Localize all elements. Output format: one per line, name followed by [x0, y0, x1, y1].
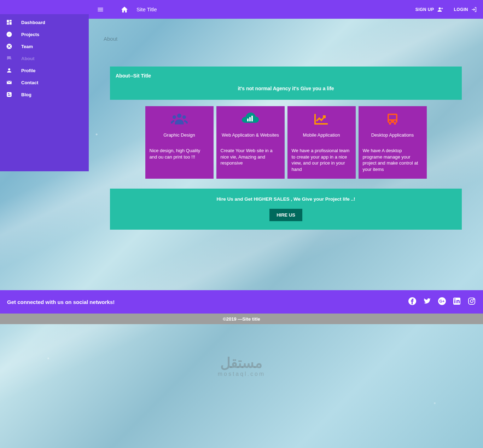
user-plus-icon — [437, 6, 443, 13]
hire-section: Hire Us and Get HIGHER SALES , We Give y… — [110, 189, 462, 230]
linkedin-icon[interactable] — [453, 297, 461, 307]
twitter-icon[interactable] — [423, 297, 431, 307]
sidebar: Dashboard Projects Team About Profile — [0, 0, 89, 171]
hire-text: Hire Us and Get HIGHER SALES , We Give y… — [116, 196, 456, 202]
social-icons: G+ — [408, 297, 476, 307]
svg-rect-10 — [8, 95, 11, 96]
card-desc: We have A desktop programe manage your p… — [363, 148, 423, 172]
svg-point-4 — [10, 45, 11, 46]
service-card-graphic-design: Graphic Design Nice design, high Quality… — [145, 106, 214, 179]
footer-copyright: ©2019 — Site title — [0, 314, 483, 324]
bus-icon — [363, 111, 423, 127]
copyright-prefix: ©2019 — — [223, 316, 242, 322]
sidebar-item-contact[interactable]: Contact — [0, 76, 89, 88]
card-title: Graphic Design — [150, 132, 209, 138]
home-button[interactable] — [116, 1, 133, 18]
sidebar-item-projects[interactable]: Projects — [0, 28, 89, 40]
svg-point-20 — [389, 121, 391, 122]
sidebar-header — [0, 0, 89, 14]
login-label: LOGIN — [454, 7, 469, 12]
svg-point-6 — [10, 47, 11, 48]
sidebar-item-about[interactable]: About — [0, 52, 89, 64]
sidebar-item-profile[interactable]: Profile — [0, 64, 89, 76]
google-plus-icon[interactable]: G+ — [438, 297, 446, 307]
facebook-icon[interactable] — [408, 297, 417, 307]
footer-social-text: Get connected with us on social networks… — [7, 299, 115, 305]
chat-icon — [6, 55, 13, 62]
sidebar-item-label: Blog — [21, 92, 31, 97]
svg-point-32 — [473, 299, 474, 300]
about-title: About--Sit Title — [116, 73, 456, 79]
svg-point-3 — [8, 45, 8, 46]
svg-point-2 — [8, 46, 10, 47]
service-card-web: Web Application & Websites Create Your W… — [216, 106, 285, 179]
users-icon — [150, 111, 209, 127]
signup-label: SIGN UP — [415, 7, 434, 12]
login-icon — [471, 6, 477, 13]
svg-point-7 — [8, 68, 10, 70]
person-icon — [6, 67, 13, 74]
sidebar-list: Dashboard Projects Team About Profile — [0, 14, 89, 103]
watermark-domain: mostaql.com — [218, 371, 266, 377]
card-title: Desktop Applications — [363, 132, 423, 138]
home-icon — [121, 6, 128, 13]
sidebar-item-label: About — [21, 56, 35, 61]
cards-container: Graphic Design Nice design, high Quality… — [103, 106, 469, 179]
sidebar-item-team[interactable]: Team — [0, 40, 89, 52]
svg-point-29 — [454, 298, 455, 299]
footer-social: Get connected with us on social networks… — [0, 290, 483, 314]
svg-point-5 — [8, 47, 8, 48]
dashboard-icon — [6, 19, 13, 25]
watermark: مستقل mostaql.com — [218, 355, 266, 377]
svg-rect-8 — [7, 92, 12, 97]
sidebar-item-label: Profile — [21, 68, 35, 73]
svg-point-13 — [173, 115, 176, 119]
sidebar-item-label: Dashboard — [21, 20, 45, 25]
cloud-chart-icon — [221, 111, 280, 127]
service-card-desktop: Desktop Applications We have A desktop p… — [359, 106, 427, 179]
svg-rect-9 — [8, 93, 10, 94]
card-title: Mobile Application — [292, 132, 351, 138]
about-header: About--Sit Title it's not normal Agency … — [110, 67, 462, 100]
svg-point-31 — [470, 300, 473, 303]
svg-rect-17 — [251, 116, 253, 121]
svg-rect-22 — [389, 123, 391, 125]
site-title: Site Title — [136, 6, 157, 12]
sidebar-item-dashboard[interactable]: Dashboard — [0, 16, 89, 28]
watermark-arabic: مستقل — [218, 355, 266, 371]
svg-point-21 — [394, 121, 396, 122]
chart-line-icon — [292, 111, 351, 127]
svg-rect-16 — [249, 117, 251, 121]
svg-rect-19 — [389, 115, 396, 119]
soccer-icon — [6, 43, 13, 50]
svg-point-11 — [438, 7, 441, 10]
service-card-mobile: Mobile Application We have a profissiona… — [287, 106, 356, 179]
hamburger-icon — [97, 6, 104, 13]
svg-text:G+: G+ — [440, 299, 445, 303]
sidebar-item-label: Team — [21, 44, 33, 49]
svg-rect-15 — [247, 119, 249, 121]
copyright-site: Site title — [242, 316, 260, 322]
sidebar-item-label: Contact — [21, 80, 38, 85]
hire-us-button[interactable]: HIRE US — [269, 209, 302, 221]
sidebar-item-blog[interactable]: Blog — [0, 88, 89, 100]
signup-button[interactable]: SIGN UP — [415, 6, 443, 13]
mail-icon — [6, 79, 13, 86]
card-desc: Create Your Web site in a nice vie, Amaz… — [221, 148, 280, 166]
card-title: Web Application & Websites — [221, 132, 280, 138]
instagram-icon[interactable] — [467, 297, 476, 307]
svg-point-14 — [182, 115, 186, 119]
sidebar-item-label: Projects — [21, 32, 39, 37]
main-content: About About--Sit Title it's not normal A… — [89, 19, 483, 247]
breadcrumb: About — [103, 27, 469, 42]
svg-rect-23 — [394, 123, 396, 125]
svg-point-12 — [177, 114, 181, 118]
about-subtitle: it's not normal Agency it's Give you a l… — [116, 86, 456, 91]
menu-button[interactable] — [92, 1, 109, 18]
login-button[interactable]: LOGIN — [454, 6, 478, 13]
card-desc: Nice design, high Quality and ou can pri… — [150, 148, 209, 160]
card-desc: We have a profissional team to create yo… — [292, 148, 351, 172]
compass-icon — [6, 31, 13, 38]
blogger-icon — [6, 91, 13, 98]
svg-rect-28 — [454, 300, 455, 303]
